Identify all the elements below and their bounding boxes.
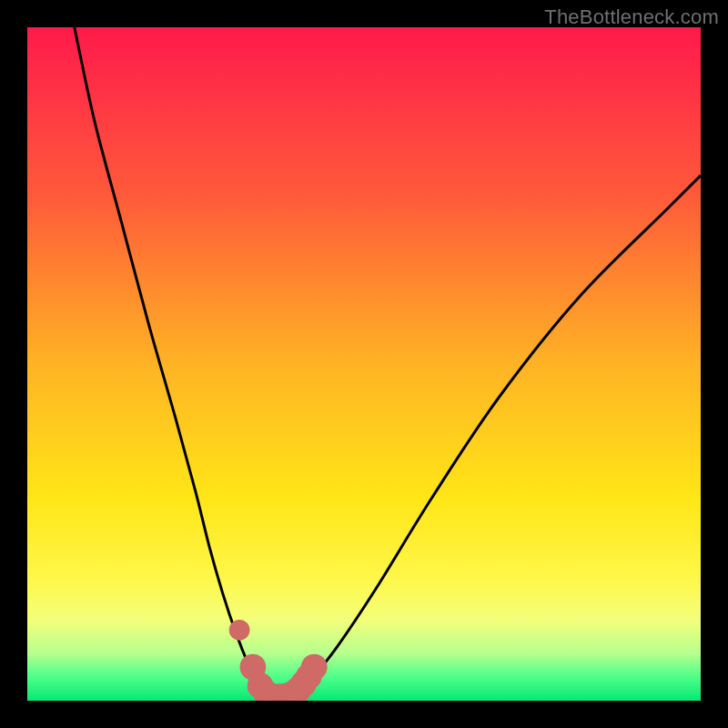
- plot-frame: [27, 27, 701, 701]
- watermark-text: TheBottleneck.com: [544, 5, 719, 29]
- background-gradient: [27, 27, 701, 701]
